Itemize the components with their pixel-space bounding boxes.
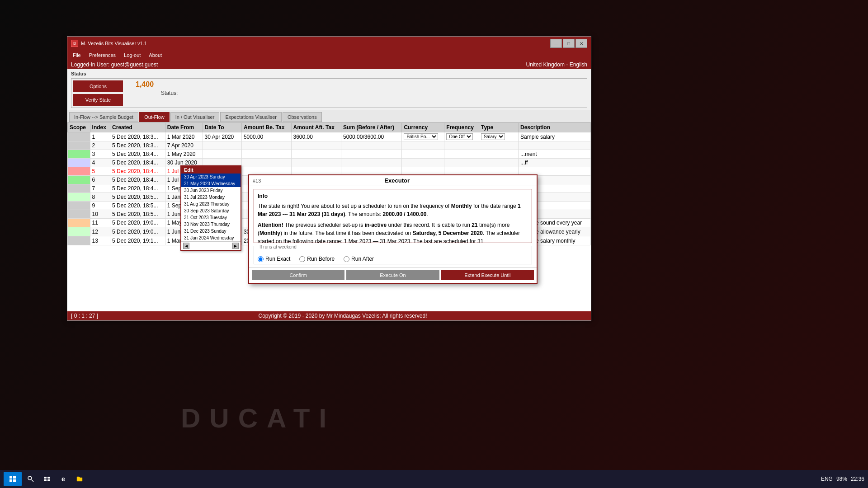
cell-amount_aft — [291, 150, 341, 159]
edit-list-item[interactable]: 30 Apr 2023 Sunday — [181, 174, 241, 180]
col-sum: Sum (Before / After) — [341, 123, 402, 132]
verify-state-button[interactable]: Verify State — [73, 94, 123, 106]
file-explorer-icon[interactable] — [72, 472, 87, 486]
cell-created: 5 Dec 2020, 18:4... — [110, 150, 165, 159]
cell-index: 3 — [90, 150, 110, 159]
taskbar: e ENG 98% 22:36 — [0, 470, 868, 488]
menu-about[interactable]: About — [145, 52, 165, 59]
minimize-button[interactable]: — — [550, 39, 562, 48]
tab-out-flow[interactable]: Out-Flow — [139, 112, 170, 122]
tab-in-out-visualiser[interactable]: In / Out Visualiser — [170, 112, 220, 122]
cell-index: 10 — [90, 210, 110, 219]
edit-list-item[interactable]: 30 Nov 2023 Thursday — [181, 221, 241, 228]
executor-info-box: Info The state is right! You are about t… — [254, 189, 532, 243]
table-row[interactable]: 25 Dec 2020, 18:3...7 Apr 2020 — [68, 141, 591, 150]
title-bar: B M. Vezelis Bits Visualiser v1.1 — □ ✕ — [67, 37, 591, 50]
edit-list-item[interactable]: 31 Dec 2023 Sunday — [181, 228, 241, 235]
extend-execute-button[interactable]: Extend Execute Until — [441, 270, 534, 280]
col-currency: Currency — [402, 123, 444, 132]
table-row[interactable]: 45 Dec 2020, 18:4...30 Jun 2020...ff — [68, 159, 591, 167]
cell-created: 5 Dec 2020, 19:1... — [110, 236, 165, 245]
edit-list-item[interactable]: 31 Oct 2023 Tuesday — [181, 214, 241, 221]
cell-created: 5 Dec 2020, 18:5... — [110, 210, 165, 219]
edit-list-item[interactable]: 31 Aug 2023 Thursday — [181, 201, 241, 207]
cell-index: 2 — [90, 141, 110, 150]
cell-frequency — [444, 141, 479, 150]
status-buttons: Options Verify State — [73, 80, 123, 106]
close-button[interactable]: ✕ — [576, 39, 587, 48]
currency-select[interactable]: British Po... — [404, 133, 438, 140]
edit-list-item[interactable]: 31 Jul 2023 Monday — [181, 194, 241, 201]
svg-rect-7 — [47, 477, 50, 479]
radio-run-before[interactable]: Run Before — [299, 256, 335, 262]
cell-desc: ...ment — [519, 150, 591, 159]
edit-list-item[interactable]: 31 May 2023 Wednesday — [181, 180, 241, 187]
edit-nav-left[interactable]: ◀ — [183, 243, 189, 249]
info-header: Info — [258, 192, 528, 200]
tabs-bar: In-Flow --> Sample Budget Out-Flow In / … — [67, 110, 591, 122]
confirm-button[interactable]: Confirm — [252, 270, 344, 280]
radio-exact-input[interactable] — [258, 256, 264, 262]
tab-expectations-visualiser[interactable]: Expectations Visualiser — [220, 112, 282, 122]
executor-attention-text: Attention! The previous scheduler set-up… — [258, 221, 528, 243]
menu-bar: File Preferences Log-out About — [67, 50, 591, 60]
status-section: Status Options Verify State 1,400 Status… — [67, 69, 591, 110]
menu-preferences[interactable]: Preferences — [85, 52, 119, 59]
weekend-box: If runs at weekend Run Exact Run Before … — [254, 246, 532, 264]
edit-list-item[interactable]: 31 Jan 2024 Wednesday — [181, 235, 241, 241]
cell-created: 5 Dec 2020, 18:5... — [110, 193, 165, 202]
col-scope: Scope — [68, 123, 90, 132]
type-select[interactable]: Salary — [481, 133, 505, 140]
logged-in-user: Logged-in User: guest@guest.guest — [71, 61, 158, 68]
radio-run-exact[interactable]: Run Exact — [258, 256, 290, 262]
radio-run-after[interactable]: Run After — [344, 256, 374, 262]
status-inner: Options Verify State 1,400 Status: — [71, 78, 587, 108]
maximize-button[interactable]: □ — [563, 39, 575, 48]
radio-after-input[interactable] — [344, 256, 349, 262]
cell-frequency: One Off — [444, 132, 479, 141]
svg-rect-0 — [9, 476, 12, 479]
radio-group: Run Exact Run Before Run After — [258, 256, 528, 262]
edit-list[interactable]: 30 Apr 2023 Sunday31 May 2023 Wednesday3… — [181, 174, 241, 241]
cell-created: 5 Dec 2020, 18:3... — [110, 132, 165, 141]
menu-file[interactable]: File — [69, 52, 85, 59]
col-amount-be: Amount Be. Tax — [241, 123, 291, 132]
timer-display: [ 0 : 1 : 27 ] — [71, 313, 98, 319]
edge-icon[interactable]: e — [56, 472, 71, 486]
col-date-from: Date From — [165, 123, 203, 132]
table-row[interactable]: 35 Dec 2020, 18:4...1 May 2020...ment — [68, 150, 591, 159]
cell-scope — [68, 159, 90, 167]
cell-frequency — [444, 150, 479, 159]
cell-type — [479, 141, 518, 150]
battery-indicator: 98% — [836, 476, 847, 482]
cell-type — [479, 159, 518, 167]
col-created: Created — [110, 123, 165, 132]
cell-scope — [68, 202, 90, 210]
cell-scope — [68, 132, 90, 141]
tab-observations[interactable]: Observations — [283, 112, 322, 122]
edit-nav-right[interactable]: ▶ — [232, 243, 239, 249]
execute-on-button[interactable]: Execute On — [346, 270, 439, 280]
cell-date_from: 7 Apr 2020 — [165, 141, 203, 150]
menu-logout[interactable]: Log-out — [120, 52, 144, 59]
table-row[interactable]: 15 Dec 2020, 18:3...1 Mar 202030 Apr 202… — [68, 132, 591, 141]
task-view-icon[interactable] — [40, 472, 54, 486]
start-button[interactable] — [4, 472, 22, 486]
edit-list-item[interactable]: 30 Jun 2023 Friday — [181, 187, 241, 194]
cell-amount_be: 5000.00 — [241, 132, 291, 141]
taskbar-right: ENG 98% 22:36 — [821, 476, 864, 482]
cell-sum — [341, 159, 402, 167]
copyright-text: Copyright © 2019 - 2020 by Mr Mindaugas … — [259, 313, 427, 319]
cell-desc — [519, 141, 591, 150]
locale-info: United Kingdom - English — [526, 61, 587, 68]
options-button[interactable]: Options — [73, 80, 123, 92]
cell-date_from: 1 Mar 2020 — [165, 132, 203, 141]
cell-date_from: 1 May 2020 — [165, 150, 203, 159]
radio-before-input[interactable] — [299, 256, 305, 262]
frequency-select[interactable]: One Off — [446, 133, 473, 140]
search-taskbar-icon[interactable] — [24, 472, 38, 486]
edit-list-item[interactable]: 30 Sep 2023 Saturday — [181, 207, 241, 214]
tab-in-flow[interactable]: In-Flow --> Sample Budget — [69, 112, 138, 122]
info-text-3: . The amounts: — [345, 211, 382, 217]
cell-created: 5 Dec 2020, 18:4... — [110, 184, 165, 193]
